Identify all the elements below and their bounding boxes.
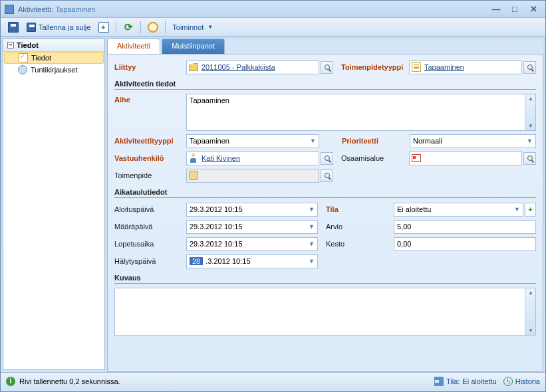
chevron-down-icon[interactable]: ▼ — [306, 203, 317, 216]
statusbar: i Rivi tallennettu 0,2 sekunnissa. Tila:… — [1, 372, 545, 389]
lopetusaika-field[interactable]: 29.3.2012 10:15 ▼ — [186, 237, 318, 251]
form: Liittyy 2011005 - Palkkakiista Toimenpid… — [107, 54, 543, 372]
info-icon: i — [6, 377, 15, 386]
title-prefix: Aktiviteetti: — [18, 5, 53, 13]
tab-aktiviteetti[interactable]: Aktiviteetti — [107, 39, 160, 54]
toimenpide-field — [186, 169, 319, 183]
kuvaus-value — [115, 288, 535, 292]
save-close-button[interactable]: Tallenna ja sulje — [23, 21, 94, 34]
toimenpidetyyppi-lookup-button[interactable] — [523, 61, 536, 74]
timer-button[interactable] — [144, 20, 162, 35]
arvio-field[interactable] — [394, 220, 536, 234]
save-close-label: Tallenna ja sulje — [39, 23, 90, 31]
sidebar: − Tiedot Tiedot Tuntikirjaukset — [3, 39, 105, 370]
maarapaiva-field[interactable]: 29.3.2012 10:15 ▼ — [186, 220, 318, 234]
maarapaiva-value: 29.3.2012 10:15 — [187, 223, 306, 231]
halytyspaiva-field[interactable]: 28.3.2012 10:15 ▼ — [186, 254, 318, 268]
kuvaus-textarea[interactable] — [114, 288, 536, 336]
status-tila[interactable]: Tila: Ei aloitettu — [434, 377, 497, 386]
toimenpide-input — [200, 169, 319, 182]
vastuuhenkilo-lookup-button[interactable] — [321, 152, 333, 165]
chevron-down-icon[interactable]: ▼ — [306, 221, 317, 233]
lopetusaika-value: 29.3.2012 10:15 — [187, 240, 306, 248]
toimenpidetyyppi-link[interactable]: Tapaaminen — [423, 63, 521, 71]
status-tila-prefix: Tila: — [446, 377, 460, 385]
sidebar-header[interactable]: − Tiedot — [3, 39, 104, 52]
osaamisalue-lookup-button[interactable] — [523, 152, 536, 165]
person-icon — [188, 153, 199, 163]
search-icon — [527, 64, 533, 70]
aloituspaiva-field[interactable]: 29.3.2012 10:15 ▼ — [186, 203, 318, 217]
tila-dropdown[interactable]: Ei aloitettu ▼ — [394, 203, 523, 217]
chevron-down-icon[interactable]: ▼ — [307, 135, 319, 147]
grid-icon — [434, 377, 444, 386]
window: Aktiviteetti: Tapaaminen — □ ✕ Tallenna … — [0, 0, 546, 392]
actions-menu[interactable]: Toiminnot ▼ — [169, 21, 216, 33]
aktiviteettityyppi-value: Tapaaminen — [187, 137, 307, 145]
liittyy-field[interactable]: 2011005 - Palkkakiista — [186, 60, 319, 74]
chevron-down-icon[interactable]: ▼ — [524, 135, 535, 147]
folder-icon — [188, 62, 199, 72]
liittyy-link[interactable]: 2011005 - Palkkakiista — [200, 63, 319, 71]
prioriteetti-value: Normaali — [410, 137, 524, 145]
status-historia[interactable]: Historia — [503, 377, 540, 386]
card-icon — [411, 153, 422, 163]
aihe-textarea[interactable]: Tapaaminen — [186, 94, 536, 131]
tila-value: Ei aloitettu — [394, 205, 511, 213]
refresh-button[interactable]: ⟳ — [120, 20, 137, 35]
label-aktiviteettityyppi: Aktiviteettityyppi — [114, 137, 186, 145]
vastuuhenkilo-link[interactable]: Kati Kivinen — [200, 154, 319, 162]
chevron-down-icon: ▼ — [207, 24, 213, 30]
document-icon — [411, 62, 422, 72]
sidebar-item-label: Tiedot — [31, 54, 51, 62]
label-tila: Tila — [323, 205, 394, 213]
label-aihe: Aihe — [114, 94, 186, 104]
titlebar: Aktiviteetti: Tapaaminen — □ ✕ — [1, 1, 545, 18]
aihe-value: Tapaaminen — [187, 94, 535, 106]
sidebar-header-label: Tiedot — [17, 41, 39, 49]
label-maarapaiva: Määräpäivä — [114, 223, 186, 231]
separator — [116, 21, 116, 33]
save-button[interactable] — [5, 20, 22, 35]
liittyy-lookup-button[interactable] — [321, 61, 333, 74]
details-icon — [19, 53, 28, 62]
sidebar-item-tuntikirjaukset[interactable]: Tuntikirjaukset — [3, 64, 104, 76]
maximize-button[interactable]: □ — [507, 4, 523, 15]
osaamisalue-input[interactable] — [423, 152, 521, 165]
scrollbar[interactable] — [525, 288, 535, 335]
save-icon — [27, 23, 36, 32]
kesto-input[interactable] — [394, 238, 535, 250]
separator — [165, 21, 166, 33]
halytyspaiva-value: 28.3.2012 10:15 — [187, 257, 306, 265]
label-kesto: Kesto — [323, 240, 394, 248]
status-tila-value: Ei aloitettu — [462, 377, 496, 385]
chevron-down-icon[interactable]: ▼ — [306, 238, 317, 250]
toimenpide-lookup-button[interactable] — [321, 169, 333, 182]
aktiviteettityyppi-dropdown[interactable]: Tapaaminen ▼ — [186, 134, 319, 148]
chevron-down-icon[interactable]: ▼ — [306, 255, 317, 268]
scrollbar[interactable] — [525, 94, 535, 130]
actions-label: Toiminnot — [172, 23, 204, 31]
prioriteetti-dropdown[interactable]: Normaali ▼ — [410, 134, 536, 148]
clipboard-icon — [188, 170, 199, 181]
section-schedule: Aikataulutiedot — [114, 185, 536, 198]
separator — [140, 21, 141, 33]
close-button[interactable]: ✕ — [525, 4, 541, 15]
sidebar-item-tiedot[interactable]: Tiedot — [4, 52, 104, 64]
vastuuhenkilo-field[interactable]: Kati Kivinen — [186, 151, 319, 165]
label-lopetusaika: Lopetusaika — [114, 240, 186, 248]
osaamisalue-field[interactable] — [409, 151, 522, 165]
chevron-down-icon[interactable]: ▼ — [511, 203, 523, 216]
label-vastuuhenkilo: Vastuuhenkilö — [114, 154, 186, 162]
minimize-button[interactable]: — — [488, 4, 504, 15]
arvio-input[interactable] — [394, 221, 535, 233]
save-new-button[interactable] — [95, 20, 112, 35]
status-saved-text: Rivi tallennettu 0,2 sekunnissa. — [19, 377, 120, 385]
label-aloituspaiva: Aloituspäivä — [114, 205, 186, 213]
kesto-field[interactable] — [394, 237, 536, 251]
toimenpidetyyppi-field[interactable]: Tapaaminen — [409, 60, 522, 74]
tab-muistiinpanot[interactable]: Muistiinpanot — [162, 39, 225, 54]
main: − Tiedot Tiedot Tuntikirjaukset Aktivite… — [1, 37, 545, 372]
collapse-icon[interactable]: − — [7, 42, 14, 49]
tila-add-button[interactable]: + — [525, 203, 536, 217]
